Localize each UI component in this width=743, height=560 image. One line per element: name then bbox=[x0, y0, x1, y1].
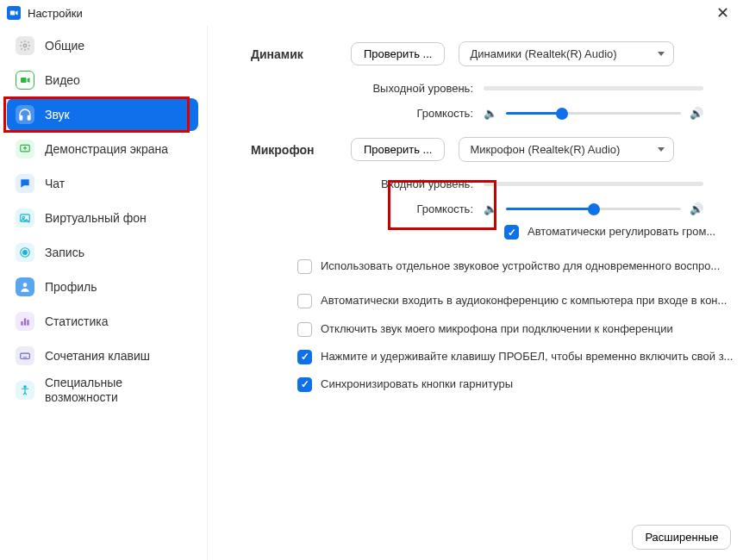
sidebar-item-label: Профиль bbox=[45, 280, 97, 295]
speaker-volume-label: Громкость: bbox=[251, 107, 484, 120]
sidebar-item-chat[interactable]: Чат bbox=[7, 167, 198, 200]
test-speaker-button[interactable]: Проверить ... bbox=[351, 42, 445, 65]
headphones-icon bbox=[16, 105, 34, 124]
mute-on-join-checkbox[interactable] bbox=[297, 322, 312, 337]
input-level-meter bbox=[484, 182, 703, 186]
push-to-talk-label: Нажмите и удерживайте клавишу ПРОБЕЛ, чт… bbox=[321, 349, 733, 364]
svg-point-7 bbox=[22, 216, 24, 218]
test-microphone-button[interactable]: Проверить ... bbox=[351, 138, 445, 161]
content-panel: Динамик Проверить ... Динамики (Realtek(… bbox=[207, 26, 743, 560]
sidebar-item-label: Чат bbox=[45, 177, 65, 191]
gear-icon bbox=[16, 36, 34, 55]
auto-adjust-volume-checkbox[interactable] bbox=[504, 225, 519, 240]
speaker-volume-slider[interactable] bbox=[506, 112, 681, 115]
sync-headset-buttons-label: Синхронизировать кнопки гарнитуры bbox=[321, 376, 733, 392]
sidebar-item-shortcuts[interactable]: Сочетания клавиш bbox=[7, 339, 198, 372]
sidebar-item-label: Статистика bbox=[45, 314, 109, 329]
svg-point-1 bbox=[23, 44, 27, 47]
microphone-section-label: Микрофон bbox=[251, 143, 351, 157]
sidebar-item-audio[interactable]: Звук bbox=[7, 98, 198, 131]
microphone-device-select[interactable]: Микрофон (Realtek(R) Audio) bbox=[459, 137, 674, 162]
microphone-volume-slider[interactable] bbox=[506, 208, 681, 210]
speaker-device-value: Динамики (Realtek(R) Audio) bbox=[470, 47, 616, 60]
speaker-device-select[interactable]: Динамики (Realtek(R) Audio) bbox=[459, 41, 674, 66]
sidebar-item-label: Демонстрация экрана bbox=[45, 142, 168, 157]
volume-low-icon: 🔈 bbox=[484, 202, 497, 215]
app-icon bbox=[7, 6, 21, 20]
auto-adjust-volume-label: Автоматически регулировать гром... bbox=[528, 224, 733, 240]
video-icon bbox=[16, 71, 34, 90]
sidebar-item-video[interactable]: Видео bbox=[7, 64, 198, 96]
speaker-section-label: Динамик bbox=[251, 47, 351, 61]
auto-join-audio-checkbox[interactable] bbox=[297, 294, 312, 308]
separate-audio-device-label: Использовать отдельное звуковое устройст… bbox=[321, 258, 733, 274]
svg-point-9 bbox=[23, 251, 28, 255]
sidebar-item-label: Звук bbox=[45, 108, 70, 122]
titlebar: Настройки ✕ bbox=[0, 0, 743, 26]
svg-rect-14 bbox=[21, 353, 30, 358]
svg-rect-2 bbox=[21, 78, 27, 83]
svg-point-10 bbox=[23, 283, 28, 287]
sidebar-item-label: Видео bbox=[45, 73, 80, 88]
sidebar-item-profile[interactable]: Профиль bbox=[7, 271, 198, 303]
volume-low-icon: 🔈 bbox=[484, 107, 497, 120]
sidebar-item-general[interactable]: Общие bbox=[7, 29, 198, 62]
sidebar-item-label: Общие bbox=[45, 39, 84, 53]
record-icon bbox=[16, 243, 34, 262]
sidebar-item-label: Сочетания клавиш bbox=[45, 349, 150, 364]
sidebar-item-virtual-background[interactable]: Виртуальный фон bbox=[7, 202, 198, 234]
profile-icon bbox=[16, 277, 34, 296]
sidebar-item-share[interactable]: Демонстрация экрана bbox=[7, 133, 198, 165]
sidebar: Общие Видео Звук Демонстрация экрана Чат… bbox=[0, 26, 207, 560]
statistics-icon bbox=[16, 312, 34, 331]
window-title: Настройки bbox=[28, 7, 83, 20]
volume-high-icon: 🔊 bbox=[690, 202, 703, 215]
mute-on-join-label: Отключить звук моего микрофона при подкл… bbox=[321, 321, 733, 337]
sidebar-item-label: Запись bbox=[45, 246, 84, 260]
push-to-talk-checkbox[interactable] bbox=[297, 350, 312, 364]
sidebar-item-record[interactable]: Запись bbox=[7, 236, 198, 269]
volume-high-icon: 🔊 bbox=[690, 107, 703, 120]
svg-point-15 bbox=[24, 386, 26, 388]
separate-audio-device-checkbox[interactable] bbox=[297, 259, 312, 274]
close-button[interactable]: ✕ bbox=[714, 3, 731, 22]
svg-rect-11 bbox=[21, 321, 22, 326]
sidebar-item-statistics[interactable]: Статистика bbox=[7, 305, 198, 338]
svg-rect-3 bbox=[20, 115, 22, 120]
input-level-label: Входной уровень: bbox=[251, 177, 484, 190]
accessibility-icon bbox=[16, 381, 34, 400]
sidebar-item-label: Виртуальный фон bbox=[45, 211, 147, 226]
chat-icon bbox=[16, 174, 34, 193]
svg-rect-13 bbox=[27, 320, 28, 325]
microphone-volume-label: Громкость: bbox=[251, 202, 484, 215]
microphone-device-value: Микрофон (Realtek(R) Audio) bbox=[470, 143, 620, 156]
output-level-meter bbox=[484, 86, 703, 90]
svg-rect-4 bbox=[28, 115, 30, 120]
sidebar-item-accessibility[interactable]: Специальные возможности bbox=[7, 374, 198, 407]
sidebar-item-label: Специальные возможности bbox=[45, 376, 191, 405]
virtual-bg-icon bbox=[16, 208, 34, 227]
share-screen-icon bbox=[16, 140, 34, 159]
svg-rect-0 bbox=[10, 11, 15, 16]
sync-headset-buttons-checkbox[interactable] bbox=[297, 377, 312, 392]
advanced-button[interactable]: Расширенные bbox=[632, 525, 731, 550]
keyboard-icon bbox=[16, 346, 34, 365]
svg-rect-12 bbox=[24, 319, 26, 326]
output-level-label: Выходной уровень: bbox=[251, 82, 484, 95]
auto-join-audio-label: Автоматически входить в аудиоконференцию… bbox=[321, 293, 733, 308]
